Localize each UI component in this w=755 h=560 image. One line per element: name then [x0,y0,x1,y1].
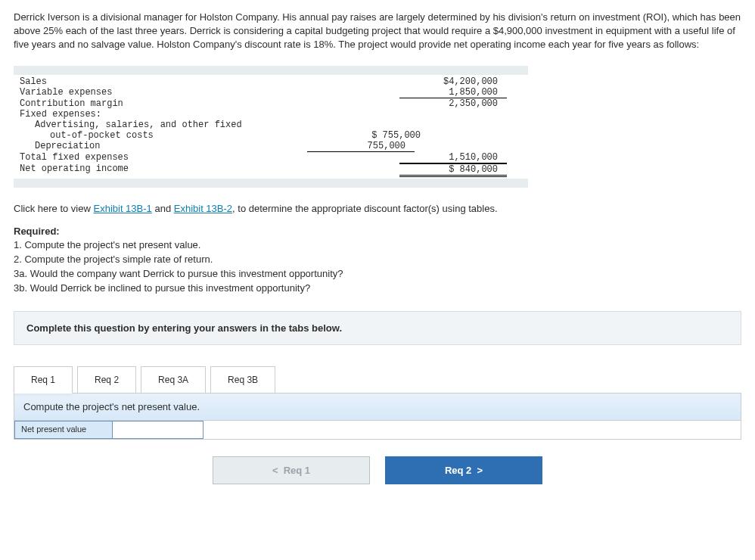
income-statement: Sales $4,200,000 Variable expenses 1,850… [14,66,528,188]
instruction-box: Complete this question by entering your … [14,311,741,345]
row-adv-value: $ 755,000 [322,130,430,141]
exhibit-post: , to determine the appropriate discount … [232,203,497,214]
tab-req-3b[interactable]: Req 3B [210,366,275,394]
prev-button[interactable]: < Req 1 [213,456,370,484]
row-varexp-label: Variable expenses [14,87,292,98]
row-adv-label2: out-of-pocket costs [14,130,322,141]
exhibit-pre: Click here to view [14,203,93,214]
next-button-label: Req 2 [445,465,471,476]
answer-label-npv: Net present value [14,421,113,439]
exhibit-13b-2-link[interactable]: Exhibit 13B-2 [174,203,232,214]
row-tfe-label: Total fixed expenses [14,152,292,163]
row-cm-label: Contribution margin [14,98,292,109]
row-cm-value: 2,350,000 [399,98,507,109]
row-sales-value: $4,200,000 [399,76,507,87]
required-3b: 3b. Would Derrick be inclined to pursue … [14,282,310,294]
row-varexp-value: 1,850,000 [399,87,507,98]
exhibit-and: and [152,203,174,214]
required-1: 1. Compute the project's net present val… [14,239,200,250]
row-tfe-value: 1,510,000 [399,152,507,163]
row-noi-label: Net operating income [14,163,292,177]
exhibit-line: Click here to view Exhibit 13B-1 and Exh… [14,203,741,214]
required-2: 2. Compute the project's simple rate of … [14,254,213,265]
row-dep-value: 755,000 [307,141,415,152]
tab-req-1[interactable]: Req 1 [14,366,73,394]
required-block: Required: 1. Compute the project's net p… [14,225,741,296]
required-3a: 3a. Would the company want Derrick to pu… [14,268,343,279]
row-adv-label1: Advertising, salaries, and other fixed [14,120,307,130]
problem-intro: Derrick Iverson is a divisional manager … [14,11,741,52]
answer-area: Net present value [14,421,741,440]
row-fixed-label: Fixed expenses: [14,109,292,120]
tab-req-3a[interactable]: Req 3A [141,366,206,394]
chevron-left-icon: < [272,465,278,476]
row-noi-value: $ 840,000 [399,163,507,177]
npv-input[interactable] [113,421,204,439]
tab-req-2[interactable]: Req 2 [77,366,136,394]
chevron-right-icon: > [477,465,483,476]
next-button[interactable]: Req 2 > [385,456,542,484]
exhibit-13b-1-link[interactable]: Exhibit 13B-1 [93,203,151,214]
tab-panel-prompt: Compute the project's net present value. [14,393,741,421]
row-dep-label: Depreciation [14,141,307,152]
row-sales-label: Sales [14,76,292,87]
required-heading: Required: [14,226,60,237]
tab-bar: Req 1 Req 2 Req 3A Req 3B [14,366,741,394]
prev-button-label: Req 1 [284,465,310,476]
nav-row: < Req 1 Req 2 > [14,456,741,484]
